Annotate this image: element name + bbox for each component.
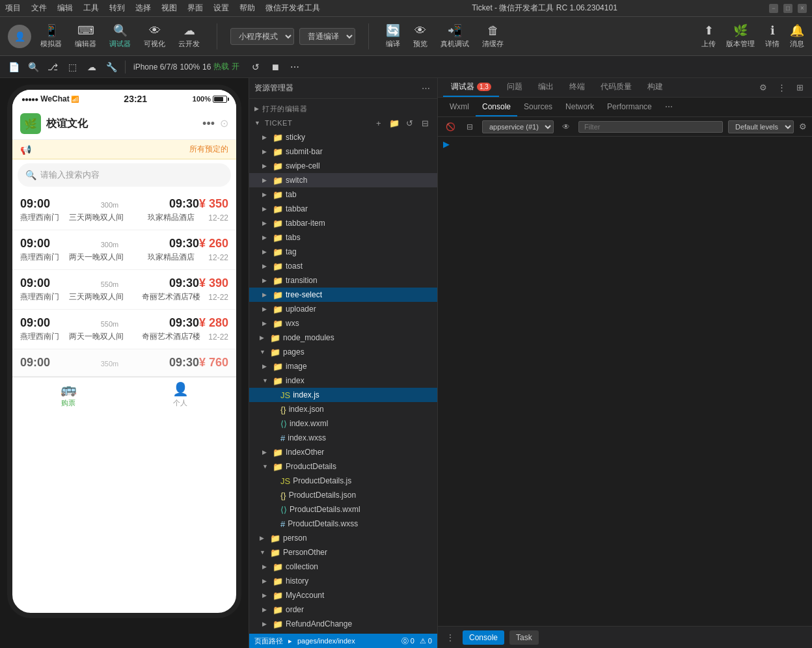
- tree-item-pd-js[interactable]: JS ProductDetails.js: [249, 474, 437, 488]
- extensions-btn[interactable]: ⬚: [64, 59, 81, 75]
- path-label[interactable]: 页面路径: [254, 636, 283, 646]
- search-icon-btn[interactable]: 🔍: [25, 59, 42, 75]
- tree-item-tabbar-item[interactable]: ▶ 📁 tabbar-item: [249, 216, 437, 230]
- console-bottom-btn[interactable]: Console: [463, 630, 504, 645]
- visual-btn[interactable]: 👁 可视化: [140, 21, 169, 51]
- tab-build[interactable]: 构建: [640, 78, 671, 97]
- more-action-btn[interactable]: ⋮: [774, 81, 789, 95]
- tree-item-history[interactable]: ▶ 📁 history: [249, 574, 437, 588]
- tree-item-submit-bar[interactable]: ▶ 📁 submit-bar: [249, 144, 437, 159]
- console-settings-btn[interactable]: ⚙: [799, 122, 807, 131]
- tab-sources[interactable]: Sources: [517, 98, 559, 116]
- wechat-dev-btn[interactable]: 🔧: [103, 59, 120, 75]
- context-select[interactable]: appservice (#1): [482, 120, 554, 133]
- ticket-item[interactable]: 09:00 550m 09:30 ¥ 390 燕理西南门 三天两晚双人间 奇丽艺…: [12, 270, 236, 310]
- menu-item-select[interactable]: 选择: [135, 3, 151, 14]
- menu-item-file[interactable]: 文件: [31, 3, 47, 14]
- tree-item-collection[interactable]: ▶ 📁 collection: [249, 560, 437, 574]
- new-file-action[interactable]: +: [372, 116, 385, 129]
- tree-item-refund[interactable]: ▶ 📁 RefundAndChange: [249, 617, 437, 631]
- filter-toggle-btn[interactable]: ⊟: [463, 120, 477, 134]
- settings-action-btn[interactable]: ⚙: [756, 81, 770, 95]
- source-control-btn[interactable]: ⎇: [44, 59, 61, 75]
- close-button[interactable]: ×: [798, 4, 807, 13]
- nav-profile[interactable]: 👤 个人: [124, 377, 236, 412]
- new-folder-action[interactable]: 📁: [388, 116, 401, 129]
- tab-output[interactable]: 编出: [530, 78, 562, 97]
- editor-btn[interactable]: ⌨ 编辑器: [71, 21, 100, 51]
- menu-item-project[interactable]: 项目: [5, 3, 21, 14]
- tree-item-myaccount[interactable]: ▶ 📁 MyAccount: [249, 588, 437, 602]
- maximize-button[interactable]: □: [783, 4, 792, 13]
- tree-item-pd-wxml[interactable]: ⟨⟩ ProductDetails.wxml: [249, 502, 437, 517]
- tree-item-toast[interactable]: ▶ 📁 toast: [249, 259, 437, 273]
- tree-item-swipe-cell[interactable]: ▶ 📁 swipe-cell: [249, 159, 437, 173]
- compile-btn[interactable]: 🔄 编译: [382, 21, 404, 51]
- menu-item-help[interactable]: 帮助: [239, 3, 255, 14]
- more-dots[interactable]: •••: [202, 117, 215, 131]
- clear-console-btn[interactable]: 🚫: [443, 120, 457, 134]
- cloud-dev-btn[interactable]: ☁: [83, 59, 100, 75]
- menu-item-goto[interactable]: 转到: [109, 3, 125, 14]
- tree-item-image[interactable]: ▶ 📁 image: [249, 359, 437, 373]
- bottom-bar-menu-btn[interactable]: ⋮: [443, 630, 457, 645]
- target-icon[interactable]: ⊙: [220, 117, 228, 131]
- console-prompt[interactable]: ▶: [443, 139, 450, 149]
- message-btn[interactable]: 🔔 消息: [790, 23, 804, 49]
- stop-btn[interactable]: ⏹: [267, 59, 284, 75]
- ticket-project-section[interactable]: ▼ TICKET + 📁 ↺ ⊟: [249, 116, 437, 130]
- tab-network[interactable]: Network: [559, 98, 601, 116]
- tree-item-indexother[interactable]: ▶ 📁 IndexOther: [249, 445, 437, 459]
- tree-item-sticky[interactable]: ▶ 📁 sticky: [249, 130, 437, 144]
- ticket-item[interactable]: 09:00 350m 09:30 ¥ 760: [12, 349, 236, 377]
- tree-item-index[interactable]: ▼ 📁 index: [249, 373, 437, 388]
- tree-item-node-modules[interactable]: ▶ 📁 node_modules: [249, 331, 437, 345]
- menu-item-interface[interactable]: 界面: [187, 3, 203, 14]
- more-btn[interactable]: ⋯: [286, 59, 303, 75]
- ticket-item[interactable]: 09:00 300m 09:30 ¥ 350 燕理西南门 三天两晚双人间 玖家精…: [12, 191, 236, 230]
- tree-item-switch[interactable]: ▶ 📁 switch: [249, 173, 437, 187]
- tab-console[interactable]: Console: [476, 98, 517, 116]
- tab-problem[interactable]: 问题: [499, 78, 530, 97]
- tree-item-pages[interactable]: ▼ 📁 pages: [249, 345, 437, 359]
- filter-input[interactable]: [578, 121, 723, 133]
- tree-item-index-js[interactable]: JS index.js: [249, 388, 437, 402]
- menu-item-tools[interactable]: 工具: [83, 3, 99, 14]
- tab-wxml[interactable]: Wxml: [443, 98, 476, 116]
- tab-terminal[interactable]: 终端: [562, 78, 593, 97]
- ticket-item[interactable]: 09:00 550m 09:30 ¥ 280 燕理西南门 两天一晚双人间 奇丽艺…: [12, 310, 236, 349]
- nav-buy-ticket[interactable]: 🚌 购票: [12, 377, 124, 412]
- tree-item-tree-select[interactable]: ▶ 📁 tree-select: [249, 288, 437, 302]
- refresh-action[interactable]: ↺: [403, 116, 416, 129]
- tree-item-wxs[interactable]: ▶ 📁 wxs: [249, 316, 437, 331]
- files-icon-btn[interactable]: 📄: [5, 59, 22, 75]
- cloud-btn[interactable]: ☁ 云开发: [174, 21, 204, 51]
- ticket-item[interactable]: 09:00 300m 09:30 ¥ 260 燕理西南门 两天一晚双人间 玖家精…: [12, 230, 236, 270]
- open-editors-section[interactable]: ▶ 打开的编辑器: [249, 101, 437, 116]
- menu-item-view[interactable]: 视图: [161, 3, 177, 14]
- menu-item-settings[interactable]: 设置: [213, 3, 229, 14]
- tree-item-pd-json[interactable]: {} ProductDetails.json: [249, 488, 437, 502]
- level-select[interactable]: Default levels: [728, 120, 794, 133]
- version-mgmt-btn[interactable]: 🌿 版本管理: [726, 23, 755, 49]
- clear-cache-btn[interactable]: 🗑 清缓存: [478, 21, 508, 51]
- debugger-btn[interactable]: 🔍 调试器: [105, 21, 135, 51]
- mode-select[interactable]: 小程序模式: [230, 28, 294, 45]
- minimize-button[interactable]: －: [769, 4, 778, 13]
- tree-item-tab[interactable]: ▶ 📁 tab: [249, 187, 437, 202]
- new-file-btn[interactable]: ⋯: [419, 82, 432, 95]
- file-path[interactable]: pages/index/index: [297, 637, 355, 645]
- tree-item-tabbar[interactable]: ▶ 📁 tabbar: [249, 202, 437, 216]
- hot-reload-toggle[interactable]: 热载 开: [213, 61, 239, 72]
- menu-item-wechat[interactable]: 微信开发者工具: [265, 3, 320, 14]
- device-debug-btn[interactable]: 📲 真机调试: [437, 21, 473, 51]
- menu-item-edit[interactable]: 编辑: [57, 3, 73, 14]
- tree-item-tabs[interactable]: ▶ 📁 tabs: [249, 230, 437, 245]
- tree-item-index-wxml[interactable]: ⟨⟩ index.wxml: [249, 416, 437, 431]
- eye-toggle-btn[interactable]: 👁: [559, 120, 573, 134]
- tab-more[interactable]: ⋯: [658, 98, 679, 116]
- refresh-btn[interactable]: ↺: [247, 59, 264, 75]
- preview-btn[interactable]: 👁 预览: [409, 21, 431, 51]
- tree-item-productdetails[interactable]: ▼ 📁 ProductDetails: [249, 459, 437, 474]
- tab-code-quality[interactable]: 代码质量: [593, 78, 640, 97]
